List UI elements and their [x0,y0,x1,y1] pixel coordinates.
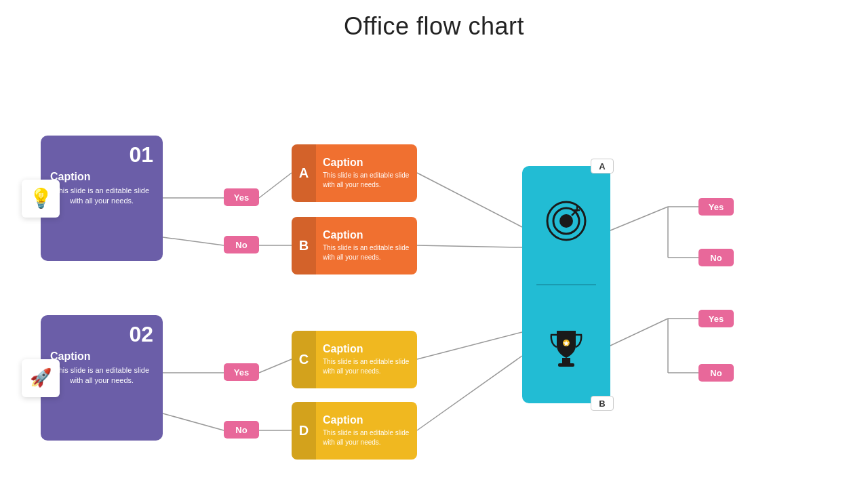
badge-no-b[interactable]: No [698,364,734,382]
option-c-letter: C [292,331,316,388]
node-01: 💡 01 Caption This slide is an editable s… [41,136,163,261]
target-icon [546,201,587,241]
rocket-icon: 🚀 [30,367,52,388]
node-02-number: 02 [129,323,153,345]
option-c-text: This slide is an editable slide with all… [323,357,410,376]
option-d-title: Caption [323,414,410,426]
svg-point-22 [559,214,573,228]
svg-line-11 [417,356,522,430]
option-card-d: D Caption This slide is an editable slid… [292,402,417,460]
node-01-caption-text: This slide is an editable slide with all… [50,186,153,207]
svg-line-10 [417,332,522,359]
badge-no-2[interactable]: No [224,421,259,439]
svg-line-9 [417,245,522,247]
svg-line-5 [259,359,292,373]
option-d-text: This slide is an editable slide with all… [323,428,410,447]
node-01-icon-box: 💡 [22,180,60,218]
center-label-b: B [591,396,614,411]
option-d-letter: D [292,402,316,460]
svg-line-8 [417,173,522,227]
option-a-title: Caption [323,157,410,169]
node-02-icon-box: 🚀 [22,359,60,397]
svg-line-16 [610,319,668,346]
option-b-letter: B [292,217,316,274]
page-title: Office flow chart [0,0,868,41]
center-card: A B [522,166,610,403]
node-01-number: 01 [129,144,153,165]
svg-line-1 [259,173,292,198]
option-b-title: Caption [323,229,410,241]
node-02-caption-text: This slide is an editable slide with all… [50,365,153,386]
badge-yes-1[interactable]: Yes [224,188,259,206]
svg-line-6 [163,413,224,430]
option-c-title: Caption [323,343,410,355]
option-card-c: C Caption This slide is an editable slid… [292,331,417,388]
trophy-icon [547,328,585,369]
lightbulb-icon: 💡 [29,187,53,209]
badge-yes-a[interactable]: Yes [698,198,734,216]
svg-rect-27 [558,363,574,367]
node-02: 🚀 02 Caption This slide is an editable s… [41,315,163,441]
svg-line-2 [163,237,224,245]
option-a-text: This slide is an editable slide with all… [323,171,410,190]
center-divider [536,284,596,285]
option-card-a: A Caption This slide is an editable slid… [292,144,417,202]
svg-line-12 [610,207,668,230]
svg-rect-26 [562,358,570,363]
flowchart-container: 💡 01 Caption This slide is an editable s… [0,47,868,488]
badge-no-a[interactable]: No [698,249,734,266]
badge-yes-2[interactable]: Yes [224,363,259,381]
badge-yes-b[interactable]: Yes [698,310,734,327]
badge-no-1[interactable]: No [224,236,259,253]
center-label-a: A [591,159,614,174]
option-b-text: This slide is an editable slide with all… [323,243,410,262]
option-card-b: B Caption This slide is an editable slid… [292,217,417,274]
option-a-letter: A [292,144,316,202]
